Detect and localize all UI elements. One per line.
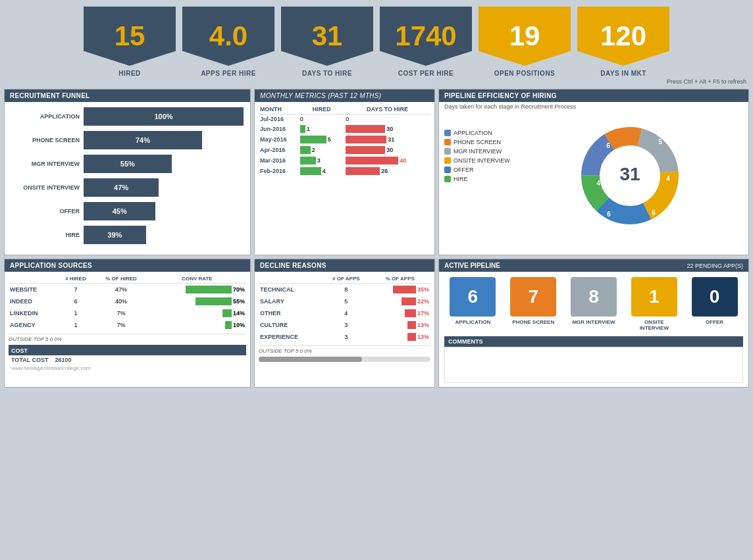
svg-text:31: 31 <box>619 164 640 184</box>
source-conv-3: 10% <box>148 319 246 331</box>
legend-dot-1 <box>444 139 451 145</box>
legend-dot-4 <box>444 166 451 173</box>
pipeline-boxes: 6APPLICATION7PHONE SCREEN8MGR INTERVIEW1… <box>439 272 748 336</box>
monthly-col-1: HIRED <box>299 105 345 115</box>
comments-body <box>444 347 743 383</box>
sources-panel: APPLICATION SOURCES # HIRED% OF HIREDCON… <box>4 259 251 388</box>
sources-footer: OUTSIDE TOP 5 0 0% <box>9 334 246 342</box>
decline-reason-4: EXPERIENCE <box>259 331 323 343</box>
monthly-days-3: 30 <box>344 145 430 155</box>
pipeline-box-num-0: 6 <box>450 277 496 317</box>
donut-chart: 31 5 4 6 6 4 6 <box>571 116 689 235</box>
legend-item-5: HIRE <box>444 176 510 182</box>
decline-reason-2: OTHER <box>259 307 323 319</box>
source-hired-2: 1 <box>57 307 94 319</box>
kpi-value-4: 19 <box>509 20 540 52</box>
funnel-bar-5: 39% <box>84 226 146 244</box>
monthly-month-0: Jul-2016 <box>259 115 299 124</box>
monthly-col-0: MONTH <box>259 105 299 115</box>
kpi-item-0: 15HIRED <box>84 7 176 77</box>
funnel-row-4: OFFER45% <box>11 202 244 220</box>
kpi-badge-4: 19 <box>479 7 571 66</box>
decline-scrollbar-thumb <box>259 357 362 362</box>
sources-col-2: % OF HIRED <box>94 274 148 284</box>
sources-row-1: INDEED640%55% <box>9 295 246 307</box>
pipeline-box-num-4: 0 <box>692 277 738 317</box>
monthly-days-2: 31 <box>344 134 430 145</box>
monthly-days-4: 40 <box>344 155 430 166</box>
source-pct-3: 7% <box>94 319 148 331</box>
legend-label-1: PHONE SCREEN <box>454 139 501 145</box>
source-name-3: AGENCY <box>9 319 57 331</box>
pipeline-box-label-4: OFFER <box>706 319 723 325</box>
decline-col-2: % OF APPS <box>370 274 431 284</box>
kpi-value-2: 31 <box>312 20 343 52</box>
source-hired-1: 6 <box>57 295 94 307</box>
decline-row-1: SALARY522% <box>259 295 430 307</box>
legend-label-5: HIRE <box>454 176 468 182</box>
monthly-title: MONTHLY METRICS (Past 12 mths) <box>255 89 434 102</box>
monthly-row-1: Jun-2016130 <box>259 124 430 134</box>
decline-row-2: OTHER417% <box>259 307 430 319</box>
decline-title: DECLINE REASONS <box>255 259 434 272</box>
kpi-item-5: 120DAYS IN MKT <box>577 7 669 77</box>
kpi-item-3: 1740COST PER HIRE <box>380 7 472 77</box>
monthly-month-5: Feb-2016 <box>259 166 299 176</box>
decline-pct-3: 13% <box>370 319 431 331</box>
monthly-hired-0: 0 <box>299 115 345 124</box>
pipeline-chart: 31 5 4 6 6 4 6 <box>517 116 743 235</box>
source-hired-0: 7 <box>57 284 94 296</box>
legend-dot-3 <box>444 157 451 164</box>
website-credit: www.heritagechristiancollege.com <box>9 365 246 372</box>
legend-item-2: MGR INTERVIEW <box>444 148 510 155</box>
monthly-hired-2: 5 <box>299 134 345 145</box>
funnel-bar-container-3: 47% <box>84 178 244 197</box>
kpi-item-2: 31DAYS TO HIRE <box>281 7 373 77</box>
funnel-label-1: PHONE SCREEN <box>11 137 84 143</box>
legend-label-2: MGR INTERVIEW <box>454 148 502 155</box>
kpi-badge-5: 120 <box>577 7 669 66</box>
source-name-0: WEBSITE <box>9 284 57 296</box>
main-content: RECRUITMENT FUNNEL APPLICATION100%PHONE … <box>0 86 753 392</box>
funnel-row-1: PHONE SCREEN74% <box>11 131 244 149</box>
active-header: ACTIVE PIPELINE 22 Pending App(s) <box>439 259 748 272</box>
sources-row-2: LINKEDIN17%14% <box>9 307 246 319</box>
monthly-row-5: Feb-2016426 <box>259 166 430 176</box>
pipeline-box-3: 1ONSITE INTERVIEW <box>631 277 677 331</box>
svg-text:4: 4 <box>666 175 670 182</box>
decline-apps-2: 4 <box>323 307 369 319</box>
source-name-2: LINKEDIN <box>9 307 57 319</box>
pipeline-box-4: 0OFFER <box>692 277 738 331</box>
refresh-hint: Press Ctrl + Alt + F5 to refresh <box>0 77 753 86</box>
monthly-month-4: Mar-2016 <box>259 155 299 166</box>
funnel-bar-3: 47% <box>84 178 159 197</box>
pending-count: 22 Pending App(s) <box>687 263 743 269</box>
monthly-month-2: May-2016 <box>259 134 299 145</box>
decline-apps-4: 3 <box>323 331 369 343</box>
monthly-table: MONTHHIREDDAYS TO HIREJul-201600Jun-2016… <box>259 105 430 176</box>
monthly-days-5: 26 <box>344 166 430 176</box>
funnel-bar-0: 100% <box>84 107 244 126</box>
kpi-value-5: 120 <box>600 20 646 52</box>
sources-col-3: CONV RATE <box>148 274 246 284</box>
decline-content: # OF APPS% OF APPSTECHNICAL835%SALARY522… <box>255 272 434 365</box>
kpi-item-1: 4.0APPS PER HIRE <box>182 7 274 77</box>
comments-section: COMMENTS <box>444 336 743 383</box>
funnel-bar-container-1: 74% <box>84 131 244 149</box>
legend-item-1: PHONE SCREEN <box>444 139 510 145</box>
monthly-days-0: 0 <box>344 115 430 124</box>
pipeline-subtitle: Days taken for each stage in Recruitment… <box>439 102 748 113</box>
pipeline-box-label-0: APPLICATION <box>455 319 491 325</box>
pipeline-box-num-2: 8 <box>571 277 617 317</box>
decline-reason-3: CULTURE <box>259 319 323 331</box>
legend-item-0: APPLICATION <box>444 130 510 136</box>
pipeline-content: APPLICATIONPHONE SCREENMGR INTERVIEWONSI… <box>439 113 748 239</box>
monthly-row-2: May-2016531 <box>259 134 430 145</box>
legend-label-3: ONSITE INTERVIEW <box>454 157 510 164</box>
sources-col-0 <box>9 274 57 284</box>
decline-scrollbar[interactable] <box>259 357 430 362</box>
monthly-row-0: Jul-201600 <box>259 115 430 124</box>
funnel-bar-4: 45% <box>84 202 155 220</box>
monthly-hired-4: 3 <box>299 155 345 166</box>
pipeline-box-label-1: PHONE SCREEN <box>512 319 554 325</box>
